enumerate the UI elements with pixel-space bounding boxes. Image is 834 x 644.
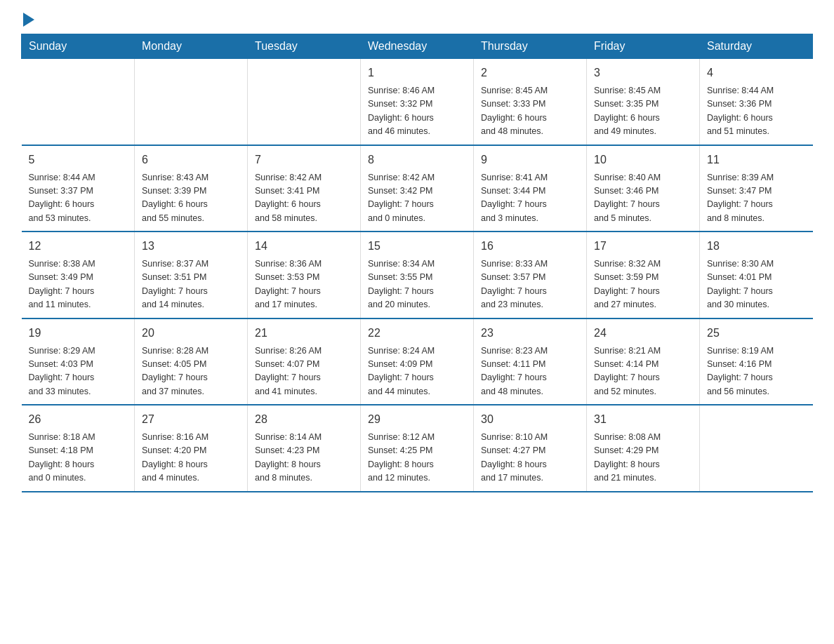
day-info: Sunrise: 8:08 AMSunset: 4:29 PMDaylight:… bbox=[594, 431, 692, 485]
calendar-day-cell: 5Sunrise: 8:44 AMSunset: 3:37 PMDaylight… bbox=[22, 145, 135, 232]
calendar-day-cell: 24Sunrise: 8:21 AMSunset: 4:14 PMDayligh… bbox=[587, 318, 700, 405]
day-number: 20 bbox=[142, 325, 240, 342]
day-info: Sunrise: 8:24 AMSunset: 4:09 PMDaylight:… bbox=[368, 344, 466, 399]
calendar-day-cell bbox=[248, 59, 361, 145]
calendar-day-cell: 12Sunrise: 8:38 AMSunset: 3:49 PMDayligh… bbox=[22, 232, 135, 318]
calendar-day-cell: 3Sunrise: 8:45 AMSunset: 3:35 PMDaylight… bbox=[587, 59, 700, 145]
weekday-header-row: SundayMondayTuesdayWednesdayThursdayFrid… bbox=[22, 34, 813, 59]
day-number: 5 bbox=[29, 152, 128, 168]
day-number: 2 bbox=[481, 65, 579, 81]
day-number: 22 bbox=[368, 325, 466, 342]
calendar-day-cell: 20Sunrise: 8:28 AMSunset: 4:05 PMDayligh… bbox=[135, 318, 248, 405]
calendar-day-cell: 27Sunrise: 8:16 AMSunset: 4:20 PMDayligh… bbox=[135, 405, 248, 492]
day-info: Sunrise: 8:43 AMSunset: 3:39 PMDaylight:… bbox=[142, 171, 240, 226]
day-info: Sunrise: 8:19 AMSunset: 4:16 PMDaylight:… bbox=[707, 344, 806, 399]
weekday-header-sunday: Sunday bbox=[22, 34, 135, 59]
day-info: Sunrise: 8:39 AMSunset: 3:47 PMDaylight:… bbox=[707, 171, 806, 226]
calendar-day-cell: 22Sunrise: 8:24 AMSunset: 4:09 PMDayligh… bbox=[361, 318, 474, 405]
day-info: Sunrise: 8:41 AMSunset: 3:44 PMDaylight:… bbox=[481, 171, 579, 226]
day-info: Sunrise: 8:26 AMSunset: 4:07 PMDaylight:… bbox=[255, 344, 353, 399]
calendar-day-cell: 31Sunrise: 8:08 AMSunset: 4:29 PMDayligh… bbox=[587, 405, 700, 492]
day-info: Sunrise: 8:23 AMSunset: 4:11 PMDaylight:… bbox=[481, 344, 579, 399]
day-number: 10 bbox=[594, 152, 692, 168]
day-number: 29 bbox=[368, 411, 466, 428]
day-number: 21 bbox=[255, 325, 353, 342]
weekday-header-saturday: Saturday bbox=[700, 34, 813, 59]
page-header bbox=[21, 14, 813, 27]
day-number: 26 bbox=[29, 411, 128, 428]
calendar-day-cell: 13Sunrise: 8:37 AMSunset: 3:51 PMDayligh… bbox=[135, 232, 248, 318]
day-info: Sunrise: 8:36 AMSunset: 3:53 PMDaylight:… bbox=[255, 257, 353, 312]
day-info: Sunrise: 8:40 AMSunset: 3:46 PMDaylight:… bbox=[594, 171, 692, 226]
weekday-header-tuesday: Tuesday bbox=[248, 34, 361, 59]
day-number: 19 bbox=[29, 325, 128, 342]
calendar-day-cell: 11Sunrise: 8:39 AMSunset: 3:47 PMDayligh… bbox=[700, 145, 813, 232]
day-number: 4 bbox=[707, 65, 806, 81]
calendar-header: SundayMondayTuesdayWednesdayThursdayFrid… bbox=[22, 34, 813, 59]
calendar-day-cell: 26Sunrise: 8:18 AMSunset: 4:18 PMDayligh… bbox=[22, 405, 135, 492]
day-info: Sunrise: 8:45 AMSunset: 3:33 PMDaylight:… bbox=[481, 84, 579, 139]
calendar-body: 1Sunrise: 8:46 AMSunset: 3:32 PMDaylight… bbox=[22, 59, 813, 492]
day-number: 16 bbox=[481, 238, 579, 255]
day-number: 6 bbox=[142, 152, 240, 168]
day-number: 27 bbox=[142, 411, 240, 428]
calendar-day-cell: 10Sunrise: 8:40 AMSunset: 3:46 PMDayligh… bbox=[587, 145, 700, 232]
calendar-week-row: 26Sunrise: 8:18 AMSunset: 4:18 PMDayligh… bbox=[22, 405, 813, 492]
calendar-table: SundayMondayTuesdayWednesdayThursdayFrid… bbox=[21, 34, 813, 492]
day-number: 12 bbox=[29, 238, 128, 255]
day-number: 9 bbox=[481, 152, 579, 168]
day-info: Sunrise: 8:14 AMSunset: 4:23 PMDaylight:… bbox=[255, 431, 353, 485]
day-info: Sunrise: 8:12 AMSunset: 4:25 PMDaylight:… bbox=[368, 431, 466, 485]
day-number: 14 bbox=[255, 238, 353, 255]
calendar-day-cell: 17Sunrise: 8:32 AMSunset: 3:59 PMDayligh… bbox=[587, 232, 700, 318]
calendar-day-cell bbox=[700, 405, 813, 492]
day-number: 11 bbox=[707, 152, 806, 168]
weekday-header-friday: Friday bbox=[587, 34, 700, 59]
calendar-day-cell bbox=[135, 59, 248, 145]
day-info: Sunrise: 8:10 AMSunset: 4:27 PMDaylight:… bbox=[481, 431, 579, 485]
day-info: Sunrise: 8:32 AMSunset: 3:59 PMDaylight:… bbox=[594, 257, 692, 312]
day-info: Sunrise: 8:46 AMSunset: 3:32 PMDaylight:… bbox=[368, 84, 466, 139]
weekday-header-thursday: Thursday bbox=[474, 34, 587, 59]
day-info: Sunrise: 8:29 AMSunset: 4:03 PMDaylight:… bbox=[29, 344, 128, 399]
day-number: 30 bbox=[481, 411, 579, 428]
calendar-day-cell: 14Sunrise: 8:36 AMSunset: 3:53 PMDayligh… bbox=[248, 232, 361, 318]
calendar-day-cell: 7Sunrise: 8:42 AMSunset: 3:41 PMDaylight… bbox=[248, 145, 361, 232]
day-info: Sunrise: 8:33 AMSunset: 3:57 PMDaylight:… bbox=[481, 257, 579, 312]
day-number: 24 bbox=[594, 325, 692, 342]
weekday-header-monday: Monday bbox=[135, 34, 248, 59]
calendar-week-row: 1Sunrise: 8:46 AMSunset: 3:32 PMDaylight… bbox=[22, 59, 813, 145]
calendar-week-row: 5Sunrise: 8:44 AMSunset: 3:37 PMDaylight… bbox=[22, 145, 813, 232]
day-number: 7 bbox=[255, 152, 353, 168]
day-info: Sunrise: 8:44 AMSunset: 3:36 PMDaylight:… bbox=[707, 84, 806, 139]
day-number: 1 bbox=[368, 65, 466, 81]
calendar-day-cell: 16Sunrise: 8:33 AMSunset: 3:57 PMDayligh… bbox=[474, 232, 587, 318]
day-number: 31 bbox=[594, 411, 692, 428]
calendar-day-cell: 28Sunrise: 8:14 AMSunset: 4:23 PMDayligh… bbox=[248, 405, 361, 492]
day-number: 8 bbox=[368, 152, 466, 168]
day-number: 18 bbox=[707, 238, 806, 255]
calendar-day-cell: 8Sunrise: 8:42 AMSunset: 3:42 PMDaylight… bbox=[361, 145, 474, 232]
calendar-day-cell: 1Sunrise: 8:46 AMSunset: 3:32 PMDaylight… bbox=[361, 59, 474, 145]
day-info: Sunrise: 8:45 AMSunset: 3:35 PMDaylight:… bbox=[594, 84, 692, 139]
day-info: Sunrise: 8:18 AMSunset: 4:18 PMDaylight:… bbox=[29, 431, 128, 485]
weekday-header-wednesday: Wednesday bbox=[361, 34, 474, 59]
day-info: Sunrise: 8:44 AMSunset: 3:37 PMDaylight:… bbox=[29, 171, 128, 226]
day-number: 17 bbox=[594, 238, 692, 255]
day-number: 15 bbox=[368, 238, 466, 255]
calendar-day-cell: 18Sunrise: 8:30 AMSunset: 4:01 PMDayligh… bbox=[700, 232, 813, 318]
calendar-week-row: 12Sunrise: 8:38 AMSunset: 3:49 PMDayligh… bbox=[22, 232, 813, 318]
day-number: 3 bbox=[594, 65, 692, 81]
calendar-week-row: 19Sunrise: 8:29 AMSunset: 4:03 PMDayligh… bbox=[22, 318, 813, 405]
day-info: Sunrise: 8:28 AMSunset: 4:05 PMDaylight:… bbox=[142, 344, 240, 399]
day-number: 25 bbox=[707, 325, 806, 342]
calendar-day-cell: 29Sunrise: 8:12 AMSunset: 4:25 PMDayligh… bbox=[361, 405, 474, 492]
day-info: Sunrise: 8:42 AMSunset: 3:42 PMDaylight:… bbox=[368, 171, 466, 226]
logo-triangle-icon bbox=[23, 13, 34, 27]
calendar-day-cell: 30Sunrise: 8:10 AMSunset: 4:27 PMDayligh… bbox=[474, 405, 587, 492]
day-info: Sunrise: 8:34 AMSunset: 3:55 PMDaylight:… bbox=[368, 257, 466, 312]
day-number: 13 bbox=[142, 238, 240, 255]
calendar-day-cell: 19Sunrise: 8:29 AMSunset: 4:03 PMDayligh… bbox=[22, 318, 135, 405]
logo bbox=[21, 14, 34, 27]
calendar-day-cell: 4Sunrise: 8:44 AMSunset: 3:36 PMDaylight… bbox=[700, 59, 813, 145]
